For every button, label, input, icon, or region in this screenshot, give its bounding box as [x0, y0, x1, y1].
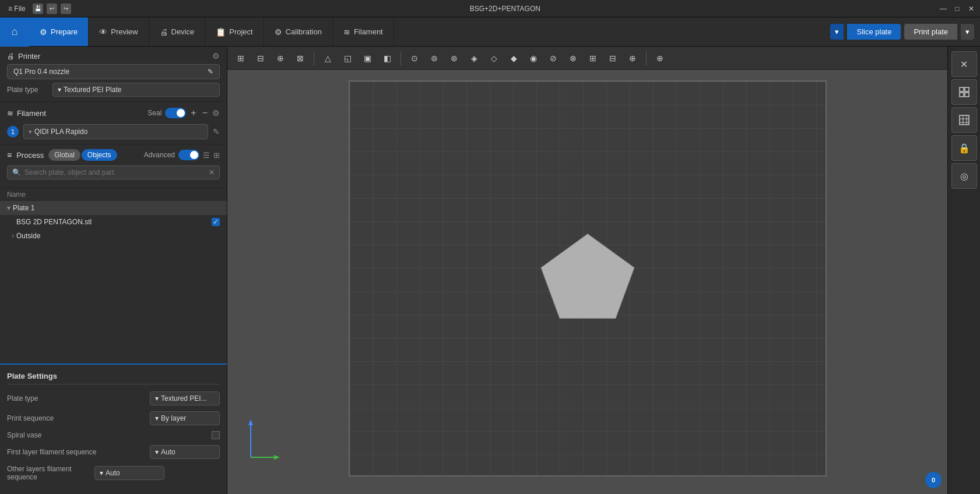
add-filament-button[interactable]: + [189, 107, 197, 119]
tab-device[interactable]: 🖨 Device [149, 17, 206, 46]
model-container [535, 228, 640, 329]
plate-settings-title: Plate Settings [7, 372, 220, 384]
printer-section-title: 🖨 Printer [7, 52, 40, 61]
advanced-toggle[interactable] [178, 150, 199, 160]
project-icon: 📋 [216, 27, 226, 37]
process-header: ≡ Process Global Objects Advanced ☰ ⊞ [7, 149, 220, 161]
vp-tool-14[interactable]: ◆ [505, 50, 522, 66]
dropdown-icon: ▾ [155, 448, 159, 456]
right-btn-grid[interactable] [951, 107, 977, 133]
close-button[interactable]: ✕ [967, 5, 975, 13]
vp-tool-8[interactable]: ◧ [378, 50, 396, 66]
undo-icon[interactable]: ↩ [47, 3, 57, 14]
printer-settings-icon[interactable]: ⚙ [212, 51, 220, 61]
tab-calibration[interactable]: ⚙ Calibration [264, 17, 333, 46]
vp-tool-18[interactable]: ⊞ [584, 50, 602, 66]
viewport-toolbar: ⊞ ⊟ ⊕ ⊠ △ ◱ ▣ ◧ ⊙ ⊚ ⊛ ◈ ◇ ◆ ◉ ⊘ ⊗ ⊞ ⊟ ⊕ … [227, 47, 947, 70]
vp-tool-13[interactable]: ◇ [485, 50, 503, 66]
vp-tool-2[interactable]: ⊟ [252, 50, 269, 66]
outside-row[interactable]: › Outside [0, 229, 227, 243]
version-badge: 0 [925, 472, 942, 488]
vp-tool-16[interactable]: ⊘ [545, 50, 562, 66]
vp-tool-11[interactable]: ⊛ [445, 50, 463, 66]
window-controls: — □ ✕ [939, 5, 975, 13]
filament-settings-icon[interactable]: ⚙ [212, 108, 220, 118]
file-checkbox[interactable]: ✓ [212, 218, 220, 226]
vp-divider-3 [646, 51, 647, 65]
vp-tool-3[interactable]: ⊕ [272, 50, 289, 66]
first-layer-select[interactable]: ▾ Auto [150, 445, 220, 459]
vp-divider-2 [401, 51, 401, 65]
vp-tool-19[interactable]: ⊟ [604, 50, 621, 66]
3d-view[interactable]: 0 [227, 70, 947, 494]
dropdown-icon: ▾ [100, 469, 103, 477]
process-settings-icon[interactable]: ⊞ [213, 151, 220, 160]
spiral-vase-checkbox[interactable] [212, 431, 220, 439]
content-area: 🖨 Printer ⚙ Q1 Pro 0.4 nozzle ✎ Plate ty… [0, 47, 980, 494]
left-panel: 🖨 Printer ⚙ Q1 Pro 0.4 nozzle ✎ Plate ty… [0, 47, 227, 494]
search-clear-icon[interactable]: ✕ [209, 168, 215, 177]
slice-dropdown-button[interactable]: ▾ [830, 24, 844, 40]
vp-tool-20[interactable]: ⊕ [624, 50, 641, 66]
filament-edit-icon[interactable]: ✎ [213, 127, 220, 136]
seal-toggle[interactable] [165, 108, 186, 118]
vp-tool-6[interactable]: ◱ [339, 50, 356, 66]
tree-header: Name [0, 188, 227, 201]
filament-select[interactable]: ▾ QIDI PLA Rapido [23, 124, 208, 139]
save-icon[interactable]: 💾 [33, 3, 43, 14]
vp-tool-15[interactable]: ◉ [525, 50, 542, 66]
search-input[interactable] [24, 168, 205, 177]
other-layers-setting-row: Other layers filament sequence ▾ Auto [7, 465, 220, 481]
dropdown-icon: ▾ [155, 414, 159, 422]
print-dropdown-button[interactable]: ▾ [961, 24, 974, 40]
redo-icon[interactable]: ↪ [61, 3, 71, 14]
print-sequence-select[interactable]: ▾ By layer [150, 411, 220, 425]
object-tree: Name ▾ Plate 1 BSG 2D PENTAGON.stl ✓ › O… [0, 188, 227, 364]
vp-tool-4[interactable]: ⊠ [291, 50, 309, 66]
grid-icon [958, 114, 970, 126]
maximize-button[interactable]: □ [953, 5, 961, 13]
vp-tool-7[interactable]: ▣ [359, 50, 376, 66]
tab-prepare[interactable]: ⚙ Prepare [29, 17, 89, 46]
svg-rect-6 [965, 87, 969, 91]
other-layers-select[interactable]: ▾ Auto [94, 466, 164, 480]
vp-tool-5[interactable]: △ [319, 50, 336, 66]
process-list-icon[interactable]: ☰ [203, 151, 210, 160]
tab-filament[interactable]: ≋ Filament [333, 17, 394, 46]
filament-section-title: ≋ Filament [7, 109, 46, 118]
remove-filament-button[interactable]: − [201, 107, 209, 119]
plate-type-setting-row: Plate type ▾ Textured PEI... [7, 391, 220, 405]
main-toolbar: ⌂ ⚙ Prepare 👁 Preview 🖨 Device 📋 Project… [0, 17, 980, 47]
right-btn-lock[interactable]: 🔒 [951, 135, 977, 161]
tab-project[interactable]: 📋 Project [205, 17, 264, 46]
vp-tool-21[interactable]: ⊕ [651, 50, 669, 66]
print-bed [349, 80, 827, 477]
tab-objects[interactable]: Objects [82, 149, 117, 161]
vp-tool-10[interactable]: ⊚ [426, 50, 443, 66]
file-menu[interactable]: ≡ File [5, 3, 29, 14]
vp-tool-17[interactable]: ⊗ [564, 50, 582, 66]
plate-type-setting-select[interactable]: ▾ Textured PEI... [150, 391, 220, 405]
printer-name-select[interactable]: Q1 Pro 0.4 nozzle ✎ [7, 64, 220, 79]
right-btn-layout[interactable] [951, 79, 977, 105]
title-bar-left: ≡ File 💾 ↩ ↪ [5, 3, 71, 14]
vp-tool-9[interactable]: ⊙ [406, 50, 423, 66]
vp-tool-1[interactable]: ⊞ [232, 50, 250, 66]
minimize-button[interactable]: — [939, 5, 947, 13]
right-btn-close[interactable]: ✕ [951, 51, 977, 77]
slice-plate-button[interactable]: Slice plate [847, 24, 901, 40]
plate-row[interactable]: ▾ Plate 1 [0, 201, 227, 215]
printer-edit-icon: ✎ [208, 68, 213, 76]
right-btn-view[interactable]: ◎ [951, 163, 977, 189]
home-button[interactable]: ⌂ [0, 17, 29, 47]
tab-preview[interactable]: 👁 Preview [89, 17, 149, 46]
plate-type-select[interactable]: ▾ Textured PEI Plate [52, 83, 220, 97]
tab-global[interactable]: Global [48, 149, 80, 161]
filament-controls: Seal + − ⚙ [147, 107, 220, 119]
vp-tool-12[interactable]: ◈ [465, 50, 483, 66]
file-row[interactable]: BSG 2D PENTAGON.stl ✓ [0, 215, 227, 229]
axis-svg [245, 417, 280, 463]
svg-marker-4 [274, 455, 280, 460]
print-plate-button[interactable]: Print plate [904, 24, 957, 40]
bed-handle-top [529, 80, 646, 82]
